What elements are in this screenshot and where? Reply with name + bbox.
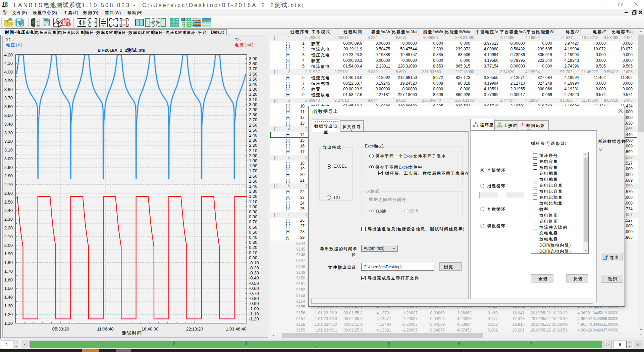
svg-text:16:40:00: 16:40:00 [142,326,159,332]
svg-text:1.20: 1.20 [4,312,13,317]
svg-text:2.20: 2.20 [4,225,13,230]
svg-text:2.50: 2.50 [4,200,13,205]
svg-text:2.50: 2.50 [249,128,257,133]
svg-text:2.30: 2.30 [4,217,13,222]
svg-text:0.40: 0.40 [249,235,257,240]
svg-text:3.40: 3.40 [249,82,257,87]
svg-text:1.00: 1.00 [249,204,257,209]
svg-text:1.30: 1.30 [4,303,13,308]
svg-text:1.40: 1.40 [249,184,257,189]
svg-text:3.00: 3.00 [249,102,257,107]
svg-text:3.90: 3.90 [4,78,13,83]
svg-text:3.80: 3.80 [4,87,13,92]
svg-text:0.10: 0.10 [249,250,257,255]
svg-text:3.30: 3.30 [4,130,13,135]
svg-text:1.90: 1.90 [4,251,13,256]
svg-text:2.60: 2.60 [4,191,13,196]
svg-text:3.70: 3.70 [4,95,13,100]
svg-text:-0.10: -0.10 [249,260,259,265]
svg-text:-1.10: -1.10 [249,311,259,316]
svg-text:3.20: 3.20 [249,92,257,97]
svg-text:2.90: 2.90 [4,165,13,170]
svg-text:3.60: 3.60 [4,104,13,109]
svg-text:-0.20: -0.20 [249,265,259,270]
svg-text:-0.50: -0.50 [249,281,259,286]
svg-text:2.80: 2.80 [4,173,13,178]
svg-text:05:33:20: 05:33:20 [52,326,69,332]
svg-text:2.00: 2.00 [4,243,13,248]
svg-text:1.90: 1.90 [249,158,257,163]
svg-text:3.40: 3.40 [4,122,13,127]
svg-text:-0.80: -0.80 [249,296,259,301]
svg-text:22:13:20: 22:13:20 [186,326,203,332]
svg-text:3.10: 3.10 [249,97,257,102]
svg-text:-0.60: -0.60 [249,286,259,291]
svg-text:2.10: 2.10 [4,234,13,239]
svg-text:1.03:46:40: 1.03:46:40 [226,326,246,332]
svg-text:0.80: 0.80 [249,214,257,219]
svg-text:3.90: 3.90 [249,56,257,61]
svg-text:0.50: 0.50 [249,230,257,235]
svg-text:2.80: 2.80 [249,112,257,117]
svg-text:2.40: 2.40 [4,208,13,213]
svg-text:1.60: 1.60 [249,174,257,179]
svg-text:3.00: 3.00 [4,156,13,161]
svg-text:2.40: 2.40 [249,133,257,138]
svg-text:4.00: 4.00 [4,70,13,75]
svg-text:4.10: 4.10 [4,61,13,66]
svg-text:1.10: 1.10 [249,199,257,204]
svg-text:3.50: 3.50 [249,77,257,82]
svg-text:2.90: 2.90 [249,107,257,112]
svg-text:1.80: 1.80 [4,260,13,265]
svg-text:-0.70: -0.70 [249,291,259,296]
svg-text:11:06:40: 11:06:40 [97,326,114,332]
svg-text:4.20: 4.20 [4,52,13,57]
svg-text:0.70: 0.70 [249,219,257,224]
svg-text:-0.90: -0.90 [249,301,259,306]
svg-text:3.30: 3.30 [249,87,257,92]
svg-text:3.50: 3.50 [4,113,13,118]
svg-text:2.70: 2.70 [4,182,13,187]
svg-text:1.80: 1.80 [249,163,257,168]
svg-text:1.70: 1.70 [249,168,257,173]
svg-text:2.00: 2.00 [249,153,257,158]
svg-text:2.10: 2.10 [249,148,257,153]
svg-text:-1.00: -1.00 [249,306,259,311]
svg-text:3.20: 3.20 [4,139,13,144]
svg-text:-0.30: -0.30 [249,270,259,275]
svg-text:3.60: 3.60 [249,72,257,77]
svg-text:X: X [32,20,35,25]
svg-text:0.20: 0.20 [249,245,257,250]
svg-text:0.90: 0.90 [249,209,257,214]
svg-text:3.80: 3.80 [249,61,257,66]
svg-text:2.60: 2.60 [249,123,257,128]
svg-text:2.30: 2.30 [249,138,257,143]
svg-text:1.50: 1.50 [4,286,13,291]
svg-text:0.60: 0.60 [249,225,257,230]
svg-text:1.40: 1.40 [4,295,13,300]
svg-text:0.30: 0.30 [249,240,257,245]
svg-text:3.10: 3.10 [4,147,13,152]
svg-text:1.50: 1.50 [249,179,257,184]
svg-text:1.10: 1.10 [4,321,13,326]
svg-text:-0.40: -0.40 [249,275,259,280]
svg-text:2.70: 2.70 [249,117,257,122]
svg-text:1.30: 1.30 [249,189,257,194]
svg-text:0.00: 0.00 [249,255,257,260]
svg-text:2.20: 2.20 [249,143,257,148]
svg-text:1.20: 1.20 [249,194,257,199]
svg-text:-1.20: -1.20 [249,316,259,321]
svg-text:1.70: 1.70 [4,269,13,274]
svg-text:1.60: 1.60 [4,277,13,282]
svg-text:3.70: 3.70 [249,66,257,71]
svg-text:i: i [68,23,69,27]
